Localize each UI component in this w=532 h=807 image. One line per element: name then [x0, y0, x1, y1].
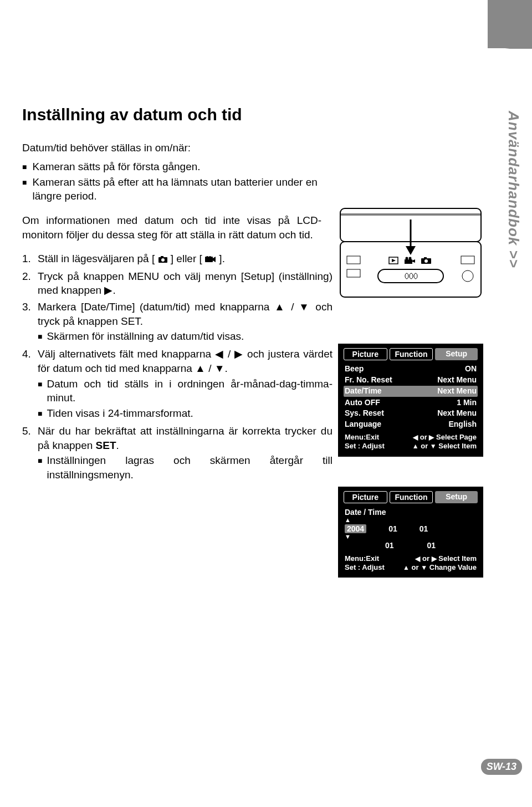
bullet-text: Kameran sätts på efter att ha lämnats ut… — [32, 175, 332, 203]
up-triangle-icon: ▲ — [403, 564, 410, 572]
svg-point-21 — [424, 259, 428, 263]
date-values-row: 2004 01 01 — [344, 524, 478, 533]
svg-rect-20 — [424, 257, 427, 259]
svg-point-15 — [406, 257, 408, 260]
step-2: Tryck på knappen MENU och välj menyn [Se… — [22, 269, 332, 298]
video-icon — [205, 253, 216, 267]
svg-rect-22 — [378, 269, 443, 283]
paragraph: Om informationen med datum och tid inte … — [22, 213, 321, 242]
camera-illustration — [338, 203, 483, 303]
down-triangle-icon: ▼ — [299, 301, 311, 313]
menu-footer-row: Set : Adjust ▲ or ▼ Select Item — [344, 442, 478, 451]
up-triangle-icon: ▲ — [345, 518, 351, 523]
svg-marker-4 — [213, 257, 216, 262]
menu-row: BeepON — [344, 364, 478, 375]
intro-bullets: ■Kameran sätts på för första gången. ■Ka… — [22, 160, 332, 203]
menu-tab-setup: Setup — [435, 348, 478, 360]
intro-text: Datum/tid behöver ställas in om/när: — [22, 141, 332, 155]
bullet-text: Datum och tid ställs in i ordningen år-m… — [47, 377, 332, 405]
menu-row: Sys. ResetNext Menu — [344, 408, 478, 419]
left-triangle-icon: ◀ — [415, 555, 420, 563]
right-triangle-icon: ▶ — [432, 555, 437, 563]
bullet-text: Skärmen för inställning av datum/tid vis… — [47, 329, 244, 344]
menu-row-selected: Date/TimeNext Menu — [344, 386, 478, 397]
left-triangle-icon: ◀ — [215, 348, 224, 360]
up-triangle-icon: ▲ — [274, 301, 287, 313]
svg-point-6 — [209, 256, 211, 258]
menu-row: Fr. No. ResetNext Menu — [344, 375, 478, 386]
time-values-row: 01 01 — [344, 541, 478, 550]
steps-list: Ställ in lägesväljaren på [ ] eller [ ].… — [22, 252, 332, 483]
step-5: När du har bekräftat att inställningarna… — [22, 424, 332, 483]
down-triangle-icon: ▼ — [345, 534, 351, 540]
menu-tab-picture: Picture — [344, 348, 387, 360]
up-triangle-icon: ▲ — [412, 442, 419, 451]
menu-row: Auto OFF1 Min — [344, 397, 478, 408]
down-triangle-icon: ▼ — [421, 564, 427, 572]
bullet-text: Tiden visas i 24-timmarsformat. — [47, 406, 193, 421]
down-triangle-icon: ▼ — [214, 362, 225, 374]
menu-tab-function: Function — [390, 491, 433, 503]
svg-rect-17 — [405, 259, 412, 264]
square-bullet-icon: ■ — [38, 329, 42, 344]
left-triangle-icon: ◀ — [413, 433, 418, 442]
month-value: 01 — [388, 524, 397, 533]
square-bullet-icon: ■ — [38, 377, 42, 405]
right-triangle-icon: ▶ — [104, 284, 112, 296]
lcd-menu-datetime: Picture Function Setup Date / Time ▲ 200… — [338, 487, 483, 578]
menu-tab-picture: Picture — [344, 491, 387, 503]
page-title: Inställning av datum och tid — [22, 105, 332, 124]
up-triangle-icon: ▲ — [195, 362, 206, 374]
step-1: Ställ in lägesväljaren på [ ] eller [ ]. — [22, 252, 332, 267]
page-number: SW-13 — [481, 759, 522, 775]
menu-heading: Date / Time — [344, 507, 478, 518]
camera-icon — [158, 253, 168, 267]
bullet-text: Kameran sätts på för första gången. — [32, 160, 200, 174]
svg-point-5 — [206, 256, 208, 258]
main-content: Inställning av datum och tid Datum/tid b… — [22, 105, 332, 486]
square-bullet-icon: ■ — [38, 406, 42, 421]
svg-point-16 — [409, 257, 412, 260]
right-triangle-icon: ▶ — [429, 433, 434, 442]
hour-value: 01 — [385, 541, 394, 550]
minute-value: 01 — [427, 541, 436, 550]
right-triangle-icon: ▶ — [234, 348, 243, 360]
year-value: 2004 — [345, 524, 366, 533]
svg-rect-1 — [161, 256, 163, 258]
square-bullet-icon: ■ — [22, 160, 27, 174]
svg-point-2 — [161, 258, 165, 262]
menu-footer-row: Set : Adjust ▲ or ▼ Change Value — [344, 563, 478, 572]
menu-footer-row: Menu:Exit ◀ or ▶ Select Page — [344, 433, 478, 442]
menu-tab-setup: Setup — [435, 491, 478, 503]
down-triangle-icon: ▼ — [430, 442, 437, 451]
square-bullet-icon: ■ — [38, 453, 42, 482]
menu-tab-function: Function — [390, 348, 433, 360]
step-3: Markera [Date/Time] (datum/tid) med knap… — [22, 300, 332, 345]
lcd-menu-setup: Picture Function Setup BeepON Fr. No. Re… — [338, 344, 483, 457]
square-bullet-icon: ■ — [22, 175, 27, 203]
bullet-text: Inställningen lagras och skärmen återgår… — [47, 453, 332, 482]
day-value: 01 — [420, 524, 428, 533]
menu-footer-row: Menu:Exit ◀ or ▶ Select Item — [344, 554, 478, 563]
step-4: Välj alternativets fält med knapparna ◀ … — [22, 347, 332, 422]
side-tab-label: Användarhandbok >> — [505, 111, 522, 268]
menu-row: LanguageEnglish — [344, 419, 478, 430]
